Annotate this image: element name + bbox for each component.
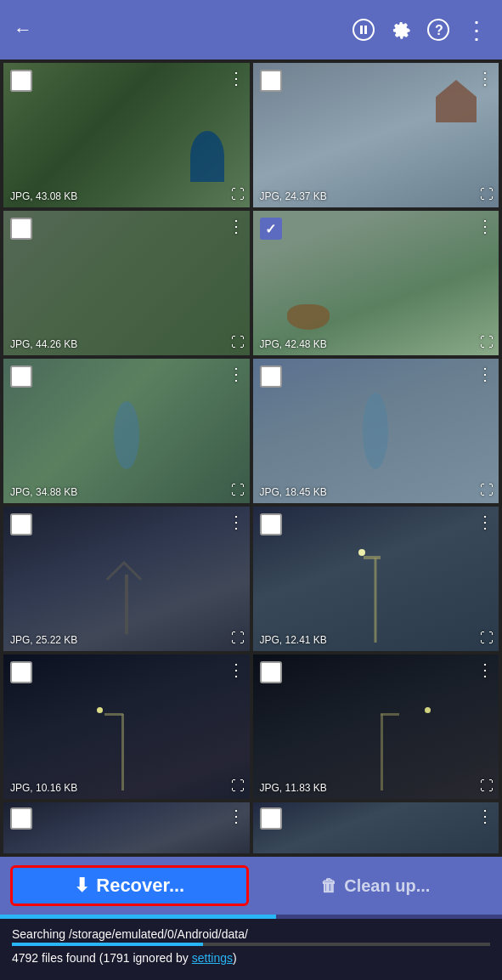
photo-cell-3: ⋮ JPG, 44.26 KB ⛶	[3, 211, 250, 355]
expand-8[interactable]: ⛶	[480, 631, 494, 646]
expand-2[interactable]: ⛶	[480, 187, 494, 202]
photo-cell-7: ⋮ JPG, 25.22 KB ⛶	[3, 507, 250, 651]
cell-label-3: JPG, 44.26 KB	[10, 338, 77, 350]
cell-menu-1[interactable]: ⋮	[228, 68, 245, 88]
checkbox-11[interactable]	[10, 807, 32, 830]
checkbox-12[interactable]	[260, 807, 282, 830]
svg-text:?: ?	[435, 23, 443, 37]
photo-cell-8: ⋮ JPG, 12.41 KB ⛶	[253, 507, 499, 651]
cell-label-4: JPG, 42.48 KB	[260, 338, 327, 350]
expand-7[interactable]: ⛶	[231, 631, 245, 646]
pause-button[interactable]	[353, 19, 375, 41]
cell-menu-5[interactable]: ⋮	[228, 364, 245, 384]
cell-label-9: JPG, 10.16 KB	[10, 782, 77, 794]
help-button[interactable]: ?	[427, 19, 449, 41]
cleanup-label: Clean up...	[344, 876, 430, 896]
cell-menu-3[interactable]: ⋮	[228, 216, 245, 236]
cell-menu-6[interactable]: ⋮	[477, 364, 494, 384]
cell-menu-12[interactable]: ⋮	[477, 806, 494, 826]
settings-button[interactable]	[390, 19, 412, 41]
status-line2: 4792 files found (1791 ignored by settin…	[12, 951, 490, 965]
cell-menu-9[interactable]: ⋮	[228, 660, 245, 680]
checkbox-6[interactable]	[260, 365, 282, 388]
photo-grid: ⋮ JPG, 43.08 KB ⛶ ⋮ JPG, 24.37 KB ⛶ ⋮ JP…	[0, 59, 502, 857]
cell-label-8: JPG, 12.41 KB	[260, 634, 327, 646]
status-line1: Searching /storage/emulated/0/Android/da…	[12, 927, 490, 941]
checkbox-10[interactable]	[260, 661, 282, 683]
recover-label: Recover...	[96, 875, 184, 897]
checkbox-7[interactable]	[10, 513, 32, 535]
checkbox-4[interactable]	[260, 218, 282, 240]
cell-label-6: JPG, 18.45 KB	[260, 486, 327, 498]
cell-menu-8[interactable]: ⋮	[477, 512, 494, 532]
cell-label-7: JPG, 25.22 KB	[10, 634, 77, 646]
expand-4[interactable]: ⛶	[480, 335, 494, 350]
photo-cell-1: ⋮ JPG, 43.08 KB ⛶	[3, 63, 250, 207]
recover-button[interactable]: ⬇ Recover...	[10, 865, 249, 906]
photo-cell-2: ⋮ JPG, 24.37 KB ⛶	[253, 63, 499, 207]
expand-3[interactable]: ⛶	[231, 335, 245, 350]
cell-label-5: JPG, 34.88 KB	[10, 486, 77, 498]
expand-5[interactable]: ⛶	[231, 483, 245, 498]
cell-menu-7[interactable]: ⋮	[228, 512, 245, 532]
photo-cell-6: ⋮ JPG, 18.45 KB ⛶	[253, 359, 499, 503]
photo-cell-11: ⋮	[3, 802, 250, 853]
photo-cell-4: ⋮ JPG, 42.48 KB ⛶	[253, 211, 499, 355]
checkbox-5[interactable]	[10, 365, 32, 388]
checkbox-8[interactable]	[260, 513, 282, 535]
svg-point-0	[353, 20, 374, 40]
back-button[interactable]: ←	[14, 19, 32, 41]
cell-label-1: JPG, 43.08 KB	[10, 190, 77, 202]
svg-rect-2	[364, 25, 367, 34]
photo-cell-12: ⋮	[253, 802, 499, 853]
checkbox-2[interactable]	[260, 70, 282, 92]
expand-6[interactable]: ⛶	[480, 483, 494, 498]
expand-1[interactable]: ⛶	[231, 187, 245, 202]
top-bar: ← ? ⋮	[0, 0, 502, 59]
expand-9[interactable]: ⛶	[231, 779, 245, 794]
cell-menu-10[interactable]: ⋮	[477, 660, 494, 680]
checkbox-9[interactable]	[10, 661, 32, 683]
checkbox-1[interactable]	[10, 70, 32, 92]
cell-label-10: JPG, 11.83 KB	[260, 782, 327, 794]
cell-label-2: JPG, 24.37 KB	[260, 190, 327, 202]
status-line2-suffix: )	[233, 951, 237, 965]
more-menu-button[interactable]: ⋮	[465, 16, 488, 44]
photo-cell-9: ⋮ JPG, 10.16 KB ⛶	[3, 654, 250, 799]
cell-menu-11[interactable]: ⋮	[228, 806, 245, 826]
bottom-action-bar: ⬇ Recover... 🗑 Clean up...	[0, 857, 502, 915]
checkbox-3[interactable]	[10, 218, 32, 240]
cleanup-button[interactable]: 🗑 Clean up...	[259, 865, 493, 906]
recover-icon: ⬇	[74, 875, 89, 897]
photo-cell-5: ⋮ JPG, 34.88 KB ⛶	[3, 359, 250, 503]
cleanup-icon: 🗑	[320, 876, 337, 896]
cell-menu-4[interactable]: ⋮	[477, 216, 494, 236]
expand-10[interactable]: ⛶	[480, 779, 494, 794]
svg-rect-1	[360, 25, 363, 34]
cell-menu-2[interactable]: ⋮	[477, 68, 494, 88]
photo-cell-10: ⋮ JPG, 11.83 KB ⛶	[253, 654, 499, 799]
settings-link[interactable]: settings	[192, 951, 233, 965]
status-line2-prefix: 4792 files found (1791 ignored by	[12, 951, 192, 965]
status-area: Searching /storage/emulated/0/Android/da…	[0, 919, 502, 970]
